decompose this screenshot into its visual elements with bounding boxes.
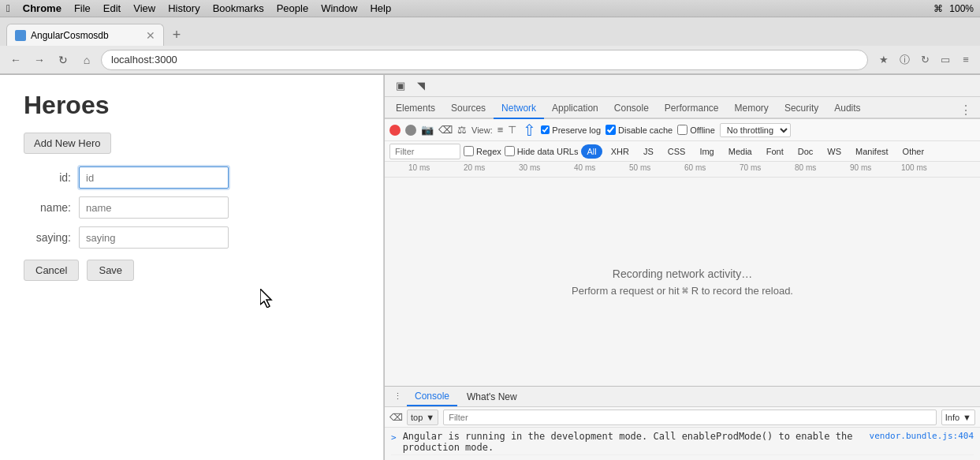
type-font-button[interactable]: Font [761,144,789,159]
regex-check[interactable]: Regex [464,146,501,156]
view-list-icon[interactable]: ≡ [497,124,504,136]
view-menu[interactable]: View [133,2,155,14]
id-form-row: id: [24,166,360,189]
offline-checkbox[interactable] [677,125,687,135]
throttle-select[interactable]: No throttling [720,123,791,137]
chrome-menu[interactable]: Chrome [23,2,61,14]
main-area: Heroes Add New Hero id: name: saying: Ca… [0,75,980,460]
filter-icon[interactable]: ⚖ [457,124,467,136]
regex-checkbox[interactable] [464,146,474,156]
history-menu[interactable]: History [168,2,199,14]
bookmark-star-icon[interactable]: ★ [876,52,892,68]
tab-sources[interactable]: Sources [443,99,494,119]
file-menu[interactable]: File [74,2,91,14]
reload-button[interactable]: ↻ [54,50,73,69]
devtools-inspect-icon[interactable]: ▣ [391,77,410,95]
tab-console[interactable]: Console [606,99,657,119]
type-css-button[interactable]: CSS [662,144,691,159]
console-clear-button[interactable]: ⌫ [389,411,402,424]
tab-title: AngularCosmosdb [31,30,141,41]
tab-network[interactable]: Network [494,99,544,119]
tab-close-button[interactable]: ✕ [146,29,155,42]
hide-data-checkbox[interactable] [505,146,515,156]
expand-icon[interactable]: > [391,432,397,443]
bookmarks-menu[interactable]: Bookmarks [213,2,264,14]
type-media-button[interactable]: Media [723,144,758,159]
menu-bar:  Chrome File Edit View History Bookmark… [0,0,980,17]
disable-cache-checkbox[interactable] [606,125,616,135]
devtools-device-icon[interactable]: ◥ [412,77,430,95]
network-filter-row: Regex Hide data URLs All XHR JS CSS Img … [385,141,980,162]
address-right-icons: ★ ⓘ ↻ ▭ ≡ [876,52,974,68]
type-xhr-button[interactable]: XHR [606,144,635,159]
network-filter-input[interactable] [389,144,460,159]
id-input[interactable] [79,166,229,189]
back-button[interactable]: ← [6,50,25,69]
name-input[interactable] [79,196,229,219]
preserve-log-check[interactable]: Preserve log [541,125,601,135]
blue-arrow-indicator[interactable]: ⇧ [523,121,536,140]
offline-check[interactable]: Offline [677,125,715,135]
people-menu[interactable]: People [277,2,308,14]
preserve-log-checkbox[interactable] [541,125,550,134]
console-filter-input[interactable] [443,410,937,425]
type-js-button[interactable]: JS [638,144,659,159]
type-doc-button[interactable]: Doc [792,144,819,159]
clear-network-icon[interactable]: ⌫ [438,124,453,136]
type-ws-button[interactable]: WS [822,144,847,159]
cancel-button[interactable]: Cancel [24,260,79,281]
refresh-icon[interactable]: ↻ [917,52,933,68]
home-button[interactable]: ⌂ [77,50,96,69]
console-source-link[interactable]: vendor.bundle.js:404 [870,431,974,441]
saying-input[interactable] [79,226,229,249]
save-button[interactable]: Save [87,260,134,281]
ruler-100ms: 100 ms [901,163,927,172]
tab-security[interactable]: Security [777,99,826,119]
hide-data-check[interactable]: Hide data URLs [505,146,579,156]
preserve-log-label: Preserve log [552,125,601,135]
devtools-more-tabs[interactable]: ⋮ [955,103,977,118]
context-select[interactable]: top ▼ [407,410,438,425]
record-button[interactable] [389,125,401,136]
edit-menu[interactable]: Edit [103,2,121,14]
network-panel: 📷 ⌫ ⚖ View: ≡ ⊤ ⇧ Preserve log Disable c… [385,119,980,386]
type-img-button[interactable]: Img [694,144,719,159]
window-menu[interactable]: Window [321,2,357,14]
tab-audits[interactable]: Audits [826,99,868,119]
add-new-hero-button[interactable]: Add New Hero [24,133,111,154]
cast-icon[interactable]: ▭ [937,52,953,68]
info-icon[interactable]: ⓘ [896,52,912,68]
tab-application[interactable]: Application [544,99,606,119]
camera-icon[interactable]: 📷 [421,124,434,136]
level-dropdown-icon: ▼ [963,413,971,422]
context-value: top [411,413,423,422]
ruler-60ms: 60 ms [684,163,706,172]
address-input[interactable]: localhost:3000 [101,50,868,70]
tab-elements[interactable]: Elements [388,99,443,119]
battery-icon: 100% [949,3,974,14]
stop-button[interactable] [405,125,416,136]
network-content-area: Recording network activity… Perform a re… [385,178,980,386]
view-group-icon[interactable]: ⊤ [508,124,516,136]
help-menu[interactable]: Help [370,2,391,14]
tab-performance[interactable]: Performance [657,99,727,119]
timeline-ruler: 10 ms 20 ms 30 ms 40 ms 50 ms 60 ms 70 m… [385,162,980,178]
bottom-settings-icon[interactable]: ⋮ [389,389,405,405]
type-all-button[interactable]: All [581,144,602,159]
bottom-tab-console[interactable]: Console [407,387,457,406]
active-tab[interactable]: AngularCosmosdb ✕ [6,24,164,46]
disable-cache-check[interactable]: Disable cache [606,125,673,135]
ruler-20ms: 20 ms [464,163,485,172]
bottom-tab-whats-new[interactable]: What's New [459,387,525,406]
apple-menu[interactable]:  [6,2,10,14]
view-label: View: [471,125,493,135]
settings-icon[interactable]: ≡ [958,52,974,68]
tab-memory[interactable]: Memory [727,99,777,119]
new-tab-button[interactable]: + [166,24,188,46]
type-other-button[interactable]: Other [897,144,930,159]
hide-data-label: Hide data URLs [517,147,579,156]
forward-button[interactable]: → [30,50,49,69]
type-manifest-button[interactable]: Manifest [850,144,894,159]
devtools-panel: ▣ ◥ Elements Sources Network Application… [384,75,980,460]
level-select[interactable]: Info ▼ [941,410,975,425]
